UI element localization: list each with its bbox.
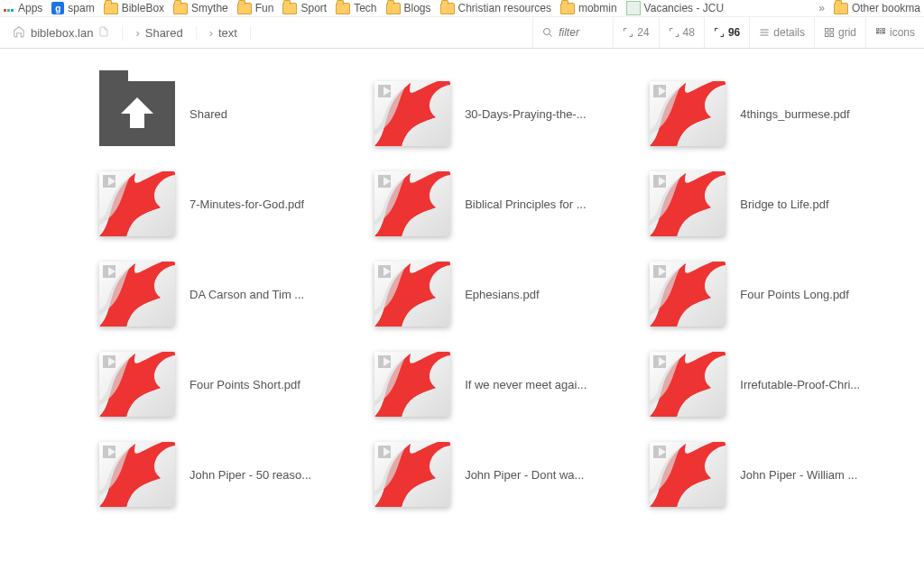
file-label: Shared xyxy=(189,107,227,121)
file-label: John Piper - Dont wa... xyxy=(465,468,584,482)
zoom-label: 96 xyxy=(728,26,740,39)
pdf-icon xyxy=(650,171,725,236)
list-icon xyxy=(759,27,770,38)
pdf-icon xyxy=(650,442,725,507)
file-item[interactable]: Four Points Long.pdf xyxy=(650,262,860,326)
zoom-24[interactable]: 24 xyxy=(613,17,658,48)
pdf-icon xyxy=(374,81,450,146)
bookmark-label: Sport xyxy=(300,2,327,14)
zoom-48[interactable]: 48 xyxy=(659,17,704,48)
svg-rect-12 xyxy=(876,32,878,33)
file-item[interactable]: If we never meet agai... xyxy=(374,352,587,417)
bookmark-label: mobmin xyxy=(578,2,617,14)
file-item[interactable]: John Piper - Dont wa... xyxy=(374,442,587,507)
file-item[interactable]: 4things_burmese.pdf xyxy=(650,81,860,146)
bookmark-christian-resources[interactable]: Christian resources xyxy=(440,2,551,14)
folder-up-item[interactable]: Shared xyxy=(99,81,311,146)
svg-rect-6 xyxy=(830,29,834,32)
svg-rect-8 xyxy=(830,33,834,37)
pdf-icon xyxy=(99,171,175,236)
filter-search[interactable] xyxy=(532,17,613,48)
bookmark-label: Tech xyxy=(354,2,376,14)
pdf-icon xyxy=(374,352,450,417)
file-item[interactable]: 7-Minutes-for-God.pdf xyxy=(99,171,311,236)
svg-rect-11 xyxy=(882,29,884,31)
bookmark-vacancies-jcu[interactable]: Vacancies - JCU xyxy=(626,1,724,15)
file-item[interactable]: John Piper - 50 reaso... xyxy=(99,442,311,507)
chevron-right-icon: › xyxy=(135,26,139,40)
svg-point-0 xyxy=(544,29,550,35)
file-label: Irrefutable-Proof-Chri... xyxy=(740,378,860,391)
folder-icon xyxy=(237,3,252,14)
icons-icon xyxy=(875,27,886,38)
bookmark-label: spam xyxy=(68,2,94,14)
expand-icon xyxy=(669,27,679,38)
svg-rect-9 xyxy=(876,29,878,31)
file-label: John Piper - 50 reaso... xyxy=(189,468,311,482)
breadcrumb-shared[interactable]: › Shared xyxy=(123,26,196,40)
view-label: grid xyxy=(838,26,856,39)
breadcrumb-root[interactable]: biblebox.lan xyxy=(0,25,123,41)
folder-icon xyxy=(173,3,188,14)
file-label: John Piper - William ... xyxy=(740,468,857,482)
view-label: details xyxy=(773,26,805,39)
folder-icon xyxy=(440,3,455,14)
apps-label: Apps xyxy=(18,2,42,14)
bookmark-spam[interactable]: g spam xyxy=(51,2,94,14)
bookmark-other[interactable]: Other bookma xyxy=(834,2,920,14)
file-label: Four Points Short.pdf xyxy=(189,378,300,391)
file-item[interactable]: John Piper - William ... xyxy=(650,442,860,507)
pdf-icon xyxy=(650,81,725,146)
apps-icon xyxy=(4,3,14,14)
search-icon xyxy=(542,27,553,38)
zoom-label: 48 xyxy=(683,26,695,39)
folder-icon xyxy=(834,3,848,14)
bookmark-label: Smythe xyxy=(191,2,228,14)
zoom-label: 24 xyxy=(637,26,649,39)
pdf-icon xyxy=(99,262,175,326)
file-item[interactable]: Four Points Short.pdf xyxy=(99,352,311,417)
bookmark-smythe[interactable]: Smythe xyxy=(173,2,228,14)
bookmark-blogs[interactable]: Blogs xyxy=(386,2,431,14)
bookmark-sport[interactable]: Sport xyxy=(282,2,327,14)
pdf-icon xyxy=(650,352,725,417)
file-toolbar: biblebox.lan › Shared › text 24 48 96 de… xyxy=(0,17,924,49)
bookmark-biblebox[interactable]: BibleBox xyxy=(104,2,164,14)
file-item[interactable]: Irrefutable-Proof-Chri... xyxy=(650,352,860,417)
file-label: 7-Minutes-for-God.pdf xyxy=(189,198,304,211)
bookmarks-overflow[interactable]: » xyxy=(818,2,825,14)
view-details[interactable]: details xyxy=(749,17,814,48)
file-item[interactable]: 30-Days-Praying-the-... xyxy=(374,81,587,146)
pdf-icon xyxy=(374,171,450,236)
bookmark-tech[interactable]: Tech xyxy=(336,2,376,14)
file-label: DA Carson and Tim ... xyxy=(189,288,304,301)
breadcrumb-label: text xyxy=(218,26,237,40)
filter-input[interactable] xyxy=(557,25,604,40)
bookmark-mobmin[interactable]: mobmin xyxy=(560,2,617,14)
file-item[interactable]: Ephesians.pdf xyxy=(374,262,587,326)
file-label: 30-Days-Praying-the-... xyxy=(465,107,586,121)
home-icon xyxy=(13,25,25,41)
expand-icon xyxy=(623,27,633,38)
svg-rect-14 xyxy=(882,32,884,33)
zoom-96[interactable]: 96 xyxy=(704,17,749,48)
pdf-icon xyxy=(99,352,175,417)
view-icons[interactable]: icons xyxy=(865,17,924,48)
pdf-icon xyxy=(374,262,450,326)
bookmark-label: Christian resources xyxy=(458,2,551,14)
bookmark-label: BibleBox xyxy=(122,2,164,14)
view-grid[interactable]: grid xyxy=(814,17,865,48)
svg-rect-10 xyxy=(880,29,882,31)
folder-icon xyxy=(386,3,401,14)
folder-icon xyxy=(560,3,575,14)
pdf-icon xyxy=(99,442,175,507)
file-item[interactable]: Biblical Principles for ... xyxy=(374,171,587,236)
apps-button[interactable]: Apps xyxy=(4,2,42,14)
file-item[interactable]: Bridge to Life.pdf xyxy=(650,171,860,236)
file-label: Bridge to Life.pdf xyxy=(740,198,828,211)
bookmark-label: Blogs xyxy=(404,2,431,14)
file-label: 4things_burmese.pdf xyxy=(740,107,849,121)
file-item[interactable]: DA Carson and Tim ... xyxy=(99,262,311,326)
bookmark-fun[interactable]: Fun xyxy=(237,2,274,14)
breadcrumb-text[interactable]: › text xyxy=(197,26,251,40)
